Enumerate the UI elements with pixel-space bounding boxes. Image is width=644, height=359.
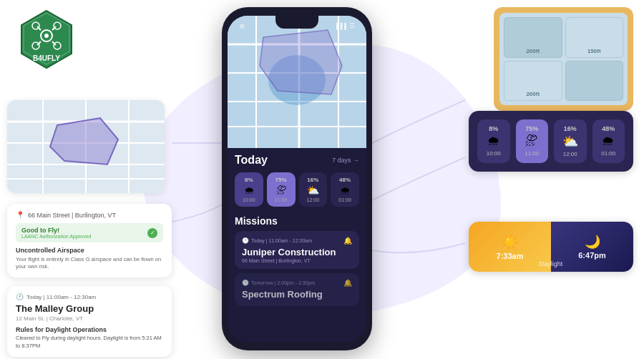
weather-card-1: 75% ⛈ 11:00 (267, 172, 296, 207)
mission-name: The Malley Group (16, 303, 163, 314)
map-roads-svg (7, 100, 165, 193)
weather-time-1: 11:00 (275, 197, 288, 202)
wd-item-3: 48% 🌧 01:00 (592, 119, 625, 163)
days-link: 7 days → (332, 157, 359, 164)
pm-name-2: Spectrum Roofing (242, 289, 352, 300)
weather-time-2: 12:00 (307, 197, 320, 202)
wd-icon-1: ⛈ (525, 134, 538, 149)
weather-time-0: 10:00 (243, 197, 255, 202)
sunrise-time: 7:33am (497, 252, 524, 260)
weather-icon-1: ⛈ (276, 185, 286, 196)
wd-icon-2: ⛅ (562, 134, 578, 149)
pm-time-text-2: Tomorrow | 2:00pm - 2:30pm (251, 280, 315, 285)
today-header: Today 7 days → (235, 154, 359, 167)
location-header: 📍 66 Main Street | Burlington, VT (16, 211, 163, 219)
wd-pct-2: 16% (564, 125, 577, 132)
sunset-section: 🌙 6:47pm (551, 222, 633, 272)
weather-icon-0: 🌧 (244, 185, 254, 196)
phone-notch (275, 16, 318, 29)
sun-icon: ☀️ (501, 233, 519, 250)
pm-clock-icon-2: 🕐 (242, 280, 249, 286)
grid-cell-3 (565, 61, 624, 102)
svg-point-3 (44, 34, 49, 38)
phone-device: ⊕ ▐▐▐ ☰ Today 7 days → 8% 🌧 10:00 (222, 7, 372, 350)
pm-time-1: 🕐 Today | 11:00am - 12:30am (242, 237, 312, 244)
pm-time-text-1: Today | 11:00am - 12:30am (251, 238, 312, 243)
grid-cell-2: 200ft (504, 61, 562, 102)
missions-label: Missions (235, 215, 359, 227)
pm-bell-icon-2: 🔔 (343, 279, 352, 287)
svg-text:B4UFLY: B4UFLY (33, 54, 60, 62)
map-card (7, 100, 165, 193)
wd-time-1: 11:00 (525, 150, 539, 157)
grid-outer: 200ft 150ft 200ft (494, 7, 633, 111)
grid-label-2: 200ft (526, 91, 540, 97)
weather-icon-3: 🌧 (340, 185, 350, 196)
sunset-time: 6:47pm (578, 251, 606, 260)
logo-container: B4UFLY (14, 7, 79, 74)
sun-card: ☀️ 7:33am 🌙 6:47pm Daylight (469, 222, 633, 272)
mission-time-row: 🕐 Today | 11:00am - 12:30am (16, 293, 163, 300)
phone-content: Today 7 days → 8% 🌧 10:00 75% ⛈ 11:00 16… (228, 148, 366, 316)
wd-pct-0: 8% (489, 125, 498, 132)
grid-inner: 200ft 150ft 200ft (499, 13, 628, 105)
wd-time-0: 10:00 (487, 150, 501, 157)
check-icon: ✓ (147, 228, 157, 238)
weather-card-3: 48% 🌧 01:00 (331, 172, 359, 207)
wd-item-1: 75% ⛈ 11:00 (516, 119, 549, 163)
wd-time-3: 01:00 (601, 150, 615, 157)
b4ufly-logo: B4UFLY (14, 7, 79, 72)
phone-menu-icon: ☰ (349, 22, 355, 29)
wd-item-2: 16% ⛅ 12:00 (554, 119, 587, 163)
weather-detail-row: 8% 🌧 10:00 75% ⛈ 11:00 16% ⛅ 12:00 48% 🌧… (477, 119, 625, 163)
pm-name-1: Juniper Construction (242, 247, 352, 257)
pin-icon: 📍 (16, 211, 24, 219)
wd-time-2: 12:00 (563, 151, 577, 157)
location-card: 📍 66 Main Street | Burlington, VT Good t… (7, 204, 172, 277)
grid-cell-0: 200ft (504, 17, 562, 58)
status-sub-text: LAANC Authorization Approved (21, 234, 91, 239)
phone-map-svg (228, 16, 366, 148)
wd-item-0: 8% 🌧 10:00 (477, 119, 510, 163)
pm-time-2: 🕐 Tomorrow | 2:00pm - 2:30pm (242, 280, 315, 286)
status-row: Good to Fly! LAANC Authorization Approve… (16, 223, 163, 242)
weather-pct-2: 16% (307, 177, 318, 183)
phone-map: ⊕ ▐▐▐ ☰ (228, 16, 366, 148)
status-good-text: Good to Fly! (21, 227, 91, 234)
grid-card: 200ft 150ft 200ft (494, 7, 633, 111)
grid-cell-1: 150ft (565, 17, 624, 58)
weather-detail-card: 8% 🌧 10:00 75% ⛈ 11:00 16% ⛅ 12:00 48% 🌧… (469, 111, 633, 172)
clock-icon: 🕐 (16, 293, 24, 300)
weather-card-0: 8% 🌧 10:00 (235, 172, 263, 207)
weather-icon-2: ⛅ (307, 185, 319, 196)
phone-nav-icon: ⊕ (239, 22, 245, 30)
pm-header-2: 🕐 Tomorrow | 2:00pm - 2:30pm 🔔 (242, 279, 352, 287)
pm-clock-icon-1: 🕐 (242, 237, 249, 244)
wd-pct-1: 75% (525, 125, 538, 132)
wd-pct-3: 48% (602, 125, 615, 132)
location-address: 66 Main Street | Burlington, VT (28, 212, 116, 219)
mission-time-text: Today | 11:00am - 12:30am (26, 294, 96, 300)
daylight-label: Daylight (540, 260, 563, 267)
mission-card-left: 🕐 Today | 11:00am - 12:30am The Malley G… (7, 286, 172, 357)
rules-title: Rules for Daylight Operations (16, 326, 163, 333)
today-label: Today (235, 154, 268, 167)
phone-signal-icon: ▐▐▐ (334, 23, 346, 29)
weather-pct-0: 8% (245, 177, 253, 183)
grid-label-1: 150ft (587, 48, 601, 54)
pm-loc-1: 66 Main Street | Burlington, VT (242, 258, 352, 263)
wd-icon-0: 🌧 (487, 134, 500, 149)
airspace-desc: Your flight is entirely in Class G airsp… (16, 256, 163, 270)
pm-header-1: 🕐 Today | 11:00am - 12:30am 🔔 (242, 237, 352, 245)
phone-weather-row: 8% 🌧 10:00 75% ⛈ 11:00 16% ⛅ 12:00 48% 🌧 (235, 172, 359, 207)
weather-pct-3: 48% (339, 177, 351, 183)
phone-mission-card-2[interactable]: 🕐 Tomorrow | 2:00pm - 2:30pm 🔔 Spectrum … (235, 273, 359, 306)
wd-icon-3: 🌧 (602, 134, 615, 149)
mission-location: 12 Main St. | Charlotte, VT (16, 315, 163, 322)
phone-mission-card-1[interactable]: 🕐 Today | 11:00am - 12:30am 🔔 Juniper Co… (235, 231, 359, 269)
weather-card-2: 16% ⛅ 12:00 (299, 172, 328, 207)
rules-desc: Cleared to Fly during daylight hours. Da… (16, 335, 163, 350)
phone-screen: ⊕ ▐▐▐ ☰ Today 7 days → 8% 🌧 10:00 (228, 16, 366, 342)
weather-pct-1: 75% (275, 177, 287, 183)
grid-label-0: 200ft (526, 48, 540, 54)
